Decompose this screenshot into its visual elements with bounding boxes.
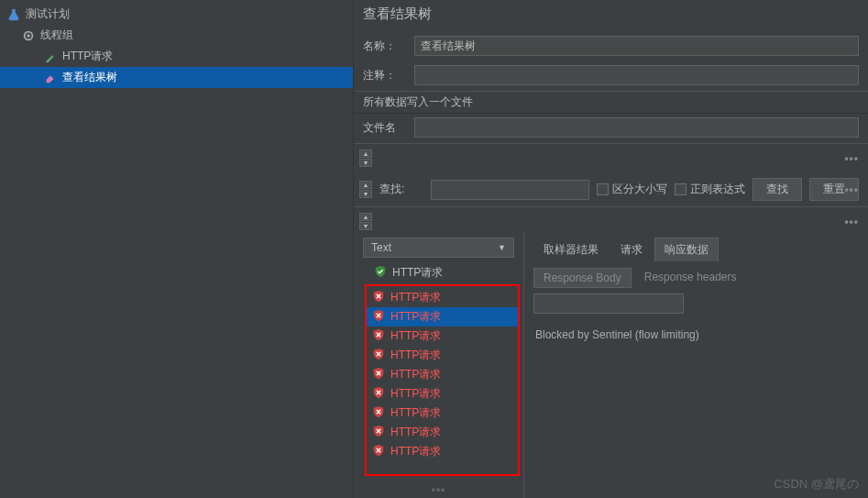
gear-icon bbox=[22, 29, 35, 42]
response-column: 取样器结果请求响应数据 Response BodyResponse header… bbox=[524, 232, 868, 498]
arrow-down-button[interactable]: ▼ bbox=[359, 222, 372, 230]
arrow-up-button[interactable]: ▲ bbox=[359, 213, 372, 221]
shield-fail-icon bbox=[372, 328, 385, 344]
comment-label: 注释： bbox=[363, 68, 407, 83]
result-item[interactable]: HTTP请求 bbox=[367, 365, 518, 384]
tree-label: 查看结果树 bbox=[62, 70, 117, 85]
result-item[interactable]: HTTP请求 bbox=[367, 346, 518, 365]
subtab-0[interactable]: Response Body bbox=[533, 268, 632, 288]
shield-fail-icon bbox=[372, 309, 385, 325]
drag-handle-icon[interactable]: ••• bbox=[354, 481, 523, 498]
subtab-1[interactable]: Response headers bbox=[635, 268, 746, 288]
filename-label: 文件名 bbox=[363, 120, 407, 136]
shield-fail-icon bbox=[372, 290, 385, 305]
search-button[interactable]: 查找 bbox=[753, 178, 802, 201]
result-label: HTTP请求 bbox=[390, 348, 441, 363]
result-item[interactable]: HTTP请求 bbox=[367, 326, 518, 346]
case-sensitive-checkbox[interactable] bbox=[597, 183, 609, 195]
response-filter-input[interactable] bbox=[533, 293, 684, 314]
results-column: Text ▼ HTTP请求 HTTP请求HTTP请求HTTP请求HTTP请求HT… bbox=[354, 232, 524, 498]
arrow-up-button[interactable]: ▲ bbox=[359, 181, 372, 189]
shield-fail-icon bbox=[372, 405, 385, 421]
tree-item-resultsviewer[interactable]: 查看结果树 bbox=[0, 67, 353, 88]
response-body: Blocked by Sentinel (flow limiting) bbox=[524, 319, 868, 350]
result-label: HTTP请求 bbox=[390, 290, 441, 305]
shield-fail-icon bbox=[372, 367, 385, 382]
result-item[interactable]: HTTP请求 bbox=[368, 263, 523, 282]
format-selected: Text bbox=[371, 241, 391, 254]
flask-icon bbox=[7, 8, 20, 21]
result-item[interactable]: HTTP请求 bbox=[367, 423, 518, 442]
tree-item-threadgroup[interactable]: 线程组 bbox=[0, 25, 353, 46]
results-panel: 查看结果树 名称： 注释： 所有数据写入一个文件 文件名 ▲ ▼ ••• ▲ ▼… bbox=[354, 0, 868, 498]
result-label: HTTP请求 bbox=[390, 367, 441, 382]
result-item[interactable]: HTTP请求 bbox=[367, 442, 518, 461]
name-input[interactable] bbox=[414, 36, 859, 56]
write-file-section: 所有数据写入一个文件 bbox=[354, 91, 868, 114]
filename-input[interactable] bbox=[414, 117, 859, 138]
arrow-down-button[interactable]: ▼ bbox=[359, 159, 372, 167]
pipette-icon bbox=[44, 50, 57, 63]
response-tabs: 取样器结果请求响应数据 bbox=[524, 232, 868, 262]
result-item[interactable]: HTTP请求 bbox=[367, 288, 518, 307]
more-icon[interactable]: ••• bbox=[844, 183, 859, 196]
result-label: HTTP请求 bbox=[392, 265, 443, 281]
regex-label: 正则表达式 bbox=[690, 182, 745, 197]
search-input[interactable] bbox=[431, 180, 589, 200]
case-label: 区分大小写 bbox=[612, 182, 667, 197]
shield-fail-icon bbox=[372, 444, 385, 459]
nav-arrows: ▲ ▼ bbox=[359, 149, 372, 167]
nav-arrows: ▲ ▼ bbox=[359, 181, 372, 198]
result-label: HTTP请求 bbox=[390, 309, 441, 325]
tab-0[interactable]: 取样器结果 bbox=[533, 238, 609, 262]
result-item[interactable]: HTTP请求 bbox=[367, 307, 518, 326]
arrow-up-button[interactable]: ▲ bbox=[359, 149, 372, 158]
watermark: CSDN @鸢尾の bbox=[774, 476, 859, 492]
more-icon[interactable]: ••• bbox=[844, 216, 859, 228]
tree-label: 测试计划 bbox=[26, 6, 70, 22]
response-subtabs: Response BodyResponse headers bbox=[524, 262, 868, 292]
result-item[interactable]: HTTP请求 bbox=[367, 384, 518, 404]
name-label: 名称： bbox=[363, 39, 407, 54]
results-icon bbox=[44, 72, 57, 84]
result-label: HTTP请求 bbox=[390, 425, 441, 440]
test-plan-tree: 测试计划 线程组 HTTP请求 查看结果树 bbox=[0, 0, 354, 498]
tree-label: 线程组 bbox=[40, 28, 73, 43]
shield-fail-icon bbox=[372, 348, 385, 363]
result-label: HTTP请求 bbox=[390, 444, 441, 459]
format-select[interactable]: Text ▼ bbox=[363, 238, 514, 258]
result-label: HTTP请求 bbox=[390, 328, 441, 344]
comment-input[interactable] bbox=[414, 65, 859, 85]
result-label: HTTP请求 bbox=[390, 405, 441, 421]
regex-checkbox[interactable] bbox=[675, 183, 687, 195]
result-item[interactable]: HTTP请求 bbox=[367, 404, 518, 423]
shield-fail-icon bbox=[372, 386, 385, 402]
panel-title: 查看结果树 bbox=[354, 0, 868, 32]
more-icon[interactable]: ••• bbox=[844, 152, 859, 165]
tree-label: HTTP请求 bbox=[62, 49, 113, 64]
svg-point-1 bbox=[27, 34, 30, 38]
shield-ok-icon bbox=[374, 265, 387, 281]
search-label: 查找: bbox=[379, 182, 423, 197]
tree-item-http[interactable]: HTTP请求 bbox=[0, 46, 353, 67]
shield-fail-icon bbox=[372, 425, 385, 440]
results-list: HTTP请求HTTP请求HTTP请求HTTP请求HTTP请求HTTP请求HTTP… bbox=[365, 284, 520, 476]
arrow-down-button[interactable]: ▼ bbox=[359, 190, 372, 198]
tab-1[interactable]: 请求 bbox=[610, 238, 653, 262]
tree-item-testplan[interactable]: 测试计划 bbox=[0, 4, 353, 25]
tab-2[interactable]: 响应数据 bbox=[654, 238, 719, 262]
nav-arrows: ▲ ▼ bbox=[359, 213, 372, 230]
chevron-down-icon: ▼ bbox=[498, 243, 506, 252]
result-label: HTTP请求 bbox=[390, 386, 441, 402]
